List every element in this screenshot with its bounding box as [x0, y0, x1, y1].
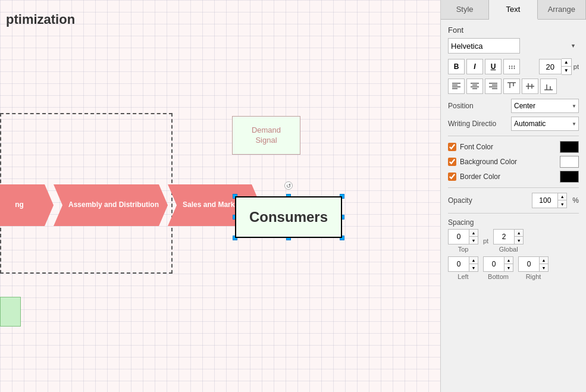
top-stepper: ▲ ▼	[469, 230, 478, 244]
align-left-button[interactable]	[448, 79, 465, 94]
position-label: Position	[448, 102, 507, 110]
opacity-stepper: ▲ ▼	[557, 193, 566, 208]
global-input[interactable]	[494, 230, 514, 244]
bottom-input-wrap: ▲ ▼	[483, 256, 513, 272]
right-down[interactable]: ▼	[540, 264, 548, 271]
writing-direction-select-wrap: Automatic LTR RTL	[511, 117, 579, 131]
opacity-up[interactable]: ▲	[558, 193, 566, 200]
opacity-down[interactable]: ▼	[558, 200, 566, 208]
font-select-wrapper: Helvetica Arial Times New Roman	[448, 38, 579, 54]
divider-1	[448, 136, 579, 136]
global-input-wrap: ▲ ▼	[493, 229, 524, 244]
font-color-checkbox[interactable]	[448, 143, 456, 151]
opacity-input-wrap: ▲ ▼	[532, 193, 567, 208]
font-size-wrap: ▲ ▼ pt	[539, 58, 579, 75]
left-up[interactable]: ▲	[469, 257, 478, 264]
flow-container: ng Assembly and Distribution Sales and M…	[0, 184, 261, 226]
underline-button[interactable]: U	[485, 59, 502, 74]
canvas-title: ptimization	[6, 12, 75, 27]
border-color-swatch[interactable]	[560, 171, 579, 183]
font-select[interactable]: Helvetica Arial Times New Roman	[448, 38, 520, 54]
position-row: Position Center Left Right	[448, 99, 579, 113]
arrow-shape-ng[interactable]: ng	[0, 184, 54, 226]
top-up[interactable]: ▲	[469, 230, 478, 237]
writing-direction-row: Writing Directio Automatic LTR RTL	[448, 117, 579, 131]
panel-content: Font Helvetica Arial Times New Roman B I…	[441, 20, 586, 392]
font-section-label: Font	[448, 26, 579, 35]
stretch-button[interactable]: ↕↕↕	[503, 59, 520, 74]
tab-style[interactable]: Style	[441, 0, 489, 19]
left-down[interactable]: ▼	[469, 264, 478, 271]
font-color-swatch[interactable]	[560, 141, 579, 153]
divider-2	[448, 187, 579, 188]
font-size-down[interactable]: ▼	[562, 67, 571, 74]
global-up[interactable]: ▲	[515, 230, 523, 237]
opacity-unit: %	[572, 196, 579, 205]
writing-direction-label: Writing Directio	[448, 120, 507, 128]
font-size-unit: pt	[574, 63, 579, 70]
font-size-input[interactable]	[539, 59, 562, 74]
right-panel: Style Text Arrange Font Helvetica Arial …	[440, 0, 586, 392]
consumers-label: Consumers	[249, 209, 328, 225]
demand-signal-box[interactable]: DemandSignal	[232, 116, 300, 155]
opacity-input[interactable]	[532, 193, 557, 208]
opacity-row: Opacity ▲ ▼ %	[448, 193, 579, 208]
italic-button[interactable]: I	[466, 59, 483, 74]
left-input[interactable]	[449, 257, 469, 271]
global-label: Global	[499, 246, 518, 253]
align-right-button[interactable]	[485, 79, 502, 94]
valign-bottom-button[interactable]	[540, 79, 557, 94]
position-select[interactable]: Center Left Right	[511, 99, 579, 113]
background-color-checkbox[interactable]	[448, 158, 456, 166]
spacing-section: Spacing ▲ ▼ Top	[448, 218, 579, 280]
tab-text[interactable]: Text	[489, 0, 537, 20]
background-color-swatch[interactable]	[560, 156, 579, 168]
global-spacing-group: ▲ ▼ Global	[493, 229, 524, 253]
right-stepper: ▲ ▼	[539, 257, 548, 271]
consumers-box[interactable]: Consumers	[235, 196, 342, 238]
tab-arrange[interactable]: Arrange	[538, 0, 586, 19]
align-center-button[interactable]	[466, 79, 483, 94]
bottom-stepper: ▲ ▼	[504, 257, 513, 271]
global-down[interactable]: ▼	[515, 237, 523, 244]
bottom-input[interactable]	[484, 257, 504, 271]
bottom-down[interactable]: ▼	[504, 264, 513, 271]
font-size-up[interactable]: ▲	[562, 59, 571, 67]
right-up[interactable]: ▲	[540, 257, 548, 264]
top-label: Top	[458, 246, 469, 253]
left-input-wrap: ▲ ▼	[448, 256, 478, 272]
align-row-horiz	[448, 79, 579, 94]
bold-button[interactable]: B	[448, 59, 465, 74]
spacing-label: Spacing	[448, 218, 579, 227]
font-color-row: Font Color	[448, 141, 579, 153]
bottom-up[interactable]: ▲	[504, 257, 513, 264]
assembly-label: Assembly and Distribution	[68, 200, 159, 210]
demand-signal-label: DemandSignal	[252, 126, 281, 146]
background-color-row: Background Color	[448, 156, 579, 168]
divider-3	[448, 213, 579, 214]
arrow-shape-assembly[interactable]: Assembly and Distribution	[54, 184, 168, 226]
valign-middle-button[interactable]	[522, 79, 538, 94]
valign-top-button[interactable]	[503, 79, 520, 94]
position-select-wrap: Center Left Right	[511, 99, 579, 113]
font-dropdown: Helvetica Arial Times New Roman	[448, 38, 579, 54]
global-stepper: ▲ ▼	[514, 230, 523, 244]
top-down[interactable]: ▼	[469, 237, 478, 244]
rotate-handle[interactable]: ↺	[284, 181, 293, 190]
bottom-spacing-group: ▲ ▼ Bottom	[483, 256, 513, 280]
right-input[interactable]	[519, 257, 539, 271]
spacing-header: Spacing	[448, 218, 579, 227]
top-input[interactable]	[449, 230, 469, 244]
left-label: Left	[457, 273, 468, 280]
selection-handles: ↺ Consumers	[229, 190, 348, 244]
background-color-label: Background Color	[460, 158, 556, 166]
border-color-row: Border Color	[448, 171, 579, 183]
border-color-checkbox[interactable]	[448, 173, 456, 181]
left-stepper: ▲ ▼	[469, 257, 478, 271]
writing-direction-select[interactable]: Automatic LTR RTL	[511, 117, 579, 131]
canvas[interactable]: ptimization DemandSignal ng Assembly and…	[0, 0, 440, 392]
spacing-bottom-inputs: ▲ ▼ Left ▲ ▼	[448, 256, 579, 280]
consumers-wrapper[interactable]: ↺ Consumers	[229, 190, 348, 244]
font-size-stepper: ▲ ▼	[562, 58, 572, 75]
small-green-box[interactable]	[0, 297, 21, 327]
